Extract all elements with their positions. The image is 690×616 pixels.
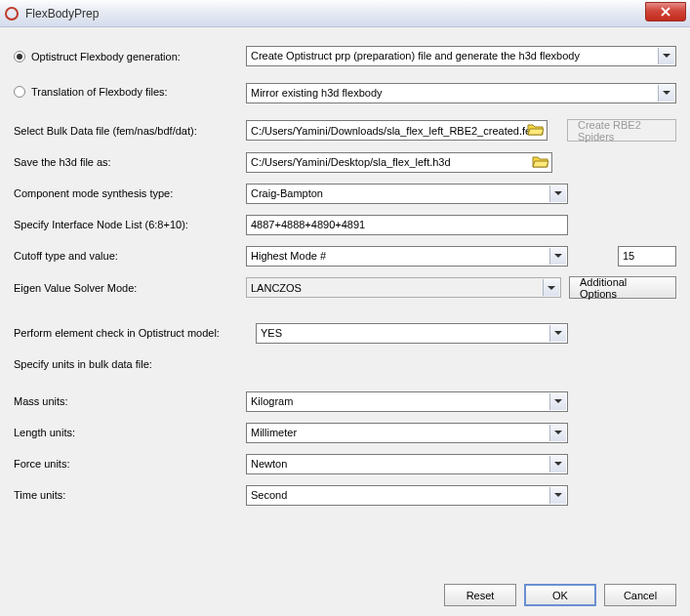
cutoff-select[interactable]: Highest Mode # — [246, 246, 568, 267]
chevron-down-icon — [549, 456, 566, 472]
radio-optistruct-label: Optistruct Flexbody generation: — [31, 51, 181, 62]
length-units-select[interactable]: Millimeter — [246, 423, 568, 443]
h3d-save-input[interactable]: C:/Users/Yamini/Desktop/sla_flex_left.h3… — [246, 152, 552, 173]
close-button[interactable] — [645, 2, 686, 21]
chevron-down-icon — [549, 487, 566, 504]
ok-button[interactable]: OK — [524, 584, 596, 606]
eigen-value: LANCZOS — [251, 282, 302, 294]
optistruct-generation-select[interactable]: Create Optistruct prp (preparation) file… — [246, 46, 676, 66]
bulk-data-input[interactable]: C:/Users/Yamini/Downloads/sla_flex_left_… — [246, 120, 548, 141]
mass-units-label: Mass units: — [14, 395, 246, 407]
force-units-select[interactable]: Newton — [246, 454, 568, 474]
interface-nodes-label: Specify Interface Node List (6:8+10): — [14, 219, 246, 230]
svg-point-0 — [6, 8, 18, 20]
window-title: FlexBodyPrep — [25, 7, 99, 21]
length-units-value: Millimeter — [251, 427, 297, 438]
elem-check-select[interactable]: YES — [256, 323, 568, 344]
eigen-select[interactable]: LANCZOS — [246, 277, 561, 298]
optistruct-generation-value: Create Optistruct prp (preparation) file… — [251, 50, 580, 62]
cms-label: Component mode synthesis type: — [14, 187, 246, 199]
app-icon — [4, 6, 20, 21]
chevron-down-icon — [549, 185, 566, 202]
create-rbe2-button[interactable]: Create RBE2 Spiders — [567, 119, 676, 142]
radio-optistruct-generation[interactable]: Optistruct Flexbody generation: — [14, 51, 181, 62]
additional-options-button[interactable]: Additional Options — [569, 276, 676, 299]
h3d-save-label: Save the h3d file as: — [14, 156, 246, 168]
radio-dot-icon — [14, 51, 25, 62]
folder-open-icon[interactable] — [527, 122, 545, 137]
bulk-data-label: Select Bulk Data file (fem/nas/bdf/dat): — [14, 125, 246, 137]
mass-units-value: Kilogram — [251, 395, 293, 407]
bulk-data-value: C:/Users/Yamini/Downloads/sla_flex_left_… — [251, 125, 540, 137]
eigen-label: Eigen Value Solver Mode: — [14, 282, 246, 294]
chevron-down-icon — [549, 325, 566, 342]
translation-select-value: Mirror existing h3d flexbody — [251, 87, 383, 99]
h3d-save-value: C:/Users/Yamini/Desktop/sla_flex_left.h3… — [251, 156, 451, 168]
folder-open-icon[interactable] — [532, 154, 549, 169]
cutoff-select-value: Highest Mode # — [251, 250, 326, 262]
chevron-down-icon — [658, 85, 674, 102]
radio-translation-files[interactable]: Translation of Flexbody files: — [14, 86, 168, 98]
time-units-label: Time units: — [14, 489, 246, 501]
reset-button[interactable]: Reset — [444, 584, 516, 606]
cms-value: Craig-Bampton — [251, 187, 323, 199]
interface-nodes-input[interactable]: 4887+4888+4890+4891 — [246, 215, 568, 235]
chevron-down-icon — [549, 248, 566, 265]
cutoff-label: Cutoff type and value: — [14, 250, 246, 262]
elem-check-label: Perform element check in Optistruct mode… — [14, 327, 256, 339]
elem-check-value: YES — [261, 327, 282, 339]
radio-translation-label: Translation of Flexbody files: — [31, 86, 168, 98]
cutoff-value-input[interactable]: 15 — [618, 246, 676, 267]
cancel-button[interactable]: Cancel — [604, 584, 676, 606]
mass-units-select[interactable]: Kilogram — [246, 391, 568, 412]
force-units-value: Newton — [251, 458, 287, 470]
force-units-label: Force units: — [14, 458, 246, 470]
units-header: Specify units in bulk data file: — [14, 358, 246, 370]
chevron-down-icon — [549, 425, 566, 441]
translation-select[interactable]: Mirror existing h3d flexbody — [246, 83, 676, 103]
chevron-down-icon — [549, 393, 566, 410]
cms-select[interactable]: Craig-Bampton — [246, 184, 568, 204]
radio-empty-icon — [14, 86, 25, 98]
chevron-down-icon — [658, 48, 674, 64]
interface-nodes-value: 4887+4888+4890+4891 — [251, 219, 365, 230]
length-units-label: Length units: — [14, 427, 246, 438]
cutoff-value: 15 — [623, 250, 634, 262]
time-units-select[interactable]: Second — [246, 485, 568, 506]
chevron-down-icon — [543, 279, 559, 296]
time-units-value: Second — [251, 489, 287, 501]
